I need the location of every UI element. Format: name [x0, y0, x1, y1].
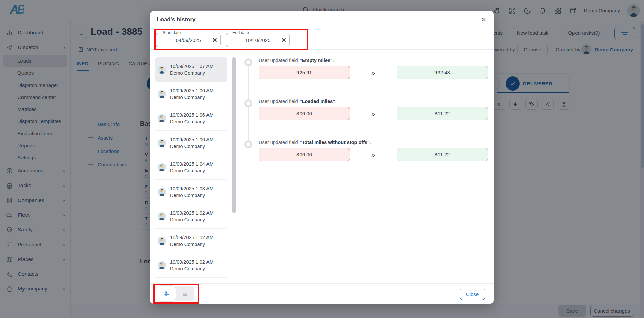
change-row: User updated field "Loaded miles". 806.0… — [259, 98, 488, 120]
filters-view-button[interactable] — [157, 286, 176, 301]
entry-datetime: 10/09/2025 1:02 AM — [170, 210, 214, 216]
entry-user: Demo Company — [170, 241, 214, 248]
entry-datetime: 10/09/2025 1:04 AM — [170, 161, 214, 167]
history-entry[interactable]: 10/09/2025 1:03 AM Demo Company — [155, 180, 227, 204]
entry-datetime: 10/09/2025 1:07 AM — [170, 63, 214, 70]
list-icon — [182, 290, 188, 297]
change-arrow-icon: » — [350, 110, 397, 118]
entry-datetime: 10/09/2025 1:02 AM — [170, 259, 214, 265]
entry-user-avatar — [158, 188, 166, 196]
change-description: User updated field "Loaded miles". — [259, 98, 488, 105]
end-date-label: End date — [231, 30, 251, 35]
new-value: 811.22 — [397, 148, 488, 161]
old-value: 925.91 — [259, 66, 350, 79]
entry-datetime: 10/09/2025 1:02 AM — [170, 234, 214, 241]
close-button[interactable]: Close — [460, 288, 485, 300]
change-row: User updated field "Total miles without … — [259, 139, 488, 161]
history-entry[interactable]: 10/09/2025 1:06 AM Demo Company — [155, 131, 227, 155]
change-arrow-icon: » — [350, 151, 397, 159]
history-list: 10/09/2025 1:07 AM Demo Company 10/09/20… — [155, 57, 227, 283]
modal-header-divider — [150, 49, 494, 50]
sliders-icon — [163, 290, 170, 297]
entry-user: Demo Company — [170, 192, 214, 199]
timeline-dot — [244, 99, 252, 107]
history-entry[interactable]: 10/09/2025 1:02 AM Demo Company — [155, 204, 227, 229]
entry-user: Demo Company — [170, 70, 214, 76]
change-row: User updated field "Empty miles". 925.91… — [259, 57, 488, 79]
history-entry[interactable]: 10/09/2025 1:06 AM Demo Company — [155, 106, 227, 131]
history-list-scrollbar[interactable] — [232, 57, 236, 213]
modal-close-icon[interactable]: × — [479, 15, 489, 25]
changed-field-name: "Empty miles" — [300, 58, 333, 63]
history-entry[interactable]: 10/09/2025 1:02 AM Demo Company — [155, 229, 227, 253]
timeline-dot — [244, 58, 252, 66]
changed-field-name: "Total miles without stop offs" — [300, 140, 370, 145]
end-date-value[interactable]: 10/10/2025 — [245, 37, 270, 43]
clear-end-date-icon[interactable] — [281, 37, 286, 43]
change-details: User updated field "Empty miles". 925.91… — [259, 57, 488, 180]
history-entry[interactable]: 10/09/2025 1:02 AM Demo Company — [155, 253, 227, 278]
entry-user-avatar — [158, 163, 166, 171]
modal-footer-divider — [150, 283, 494, 284]
entry-user: Demo Company — [170, 118, 214, 125]
entry-user: Demo Company — [170, 265, 214, 272]
entry-user: Demo Company — [170, 167, 214, 174]
old-value: 806.06 — [259, 148, 350, 161]
list-view-button[interactable] — [176, 286, 194, 301]
entry-user-avatar — [158, 237, 166, 245]
entry-user-avatar — [158, 114, 166, 122]
new-value: 932.48 — [397, 66, 488, 79]
start-date-field[interactable]: Start date 04/09/2025 — [156, 33, 221, 47]
view-toggle-group — [157, 286, 194, 301]
entry-datetime: 10/09/2025 1:06 AM — [170, 136, 214, 143]
entry-user: Demo Company — [170, 94, 214, 101]
entry-user: Demo Company — [170, 216, 214, 223]
history-entry[interactable]: 10/09/2025 1:06 AM Demo Company — [155, 82, 227, 106]
change-description: User updated field "Empty miles". — [259, 57, 488, 64]
old-value: 806.06 — [259, 107, 350, 120]
entry-user-avatar — [158, 90, 166, 98]
change-description: User updated field "Total miles without … — [259, 139, 488, 146]
entry-user-avatar — [158, 261, 166, 269]
loads-history-modal: Load's history × Start date 04/09/2025 E… — [150, 11, 494, 304]
entry-datetime: 10/09/2025 1:06 AM — [170, 112, 214, 118]
changed-field-name: "Loaded miles" — [300, 99, 335, 104]
entry-datetime: 10/09/2025 1:03 AM — [170, 185, 214, 192]
timeline-dot — [244, 140, 252, 148]
history-entry[interactable]: 10/09/2025 1:04 AM Demo Company — [155, 155, 227, 180]
change-arrow-icon: » — [350, 69, 397, 77]
clear-start-date-icon[interactable] — [212, 37, 217, 43]
history-entry[interactable]: 10/09/2025 1:07 AM Demo Company — [155, 57, 227, 82]
new-value: 811.22 — [397, 107, 488, 120]
start-date-label: Start date — [161, 30, 182, 35]
end-date-field[interactable]: End date 10/10/2025 — [226, 33, 290, 47]
start-date-value[interactable]: 04/09/2025 — [176, 37, 201, 43]
entry-user-avatar — [158, 66, 166, 74]
entry-datetime: 10/09/2025 1:06 AM — [170, 87, 214, 94]
entry-user-avatar — [158, 139, 166, 147]
modal-title: Load's history — [157, 16, 196, 23]
entry-user-avatar — [158, 212, 166, 220]
entry-user: Demo Company — [170, 143, 214, 150]
